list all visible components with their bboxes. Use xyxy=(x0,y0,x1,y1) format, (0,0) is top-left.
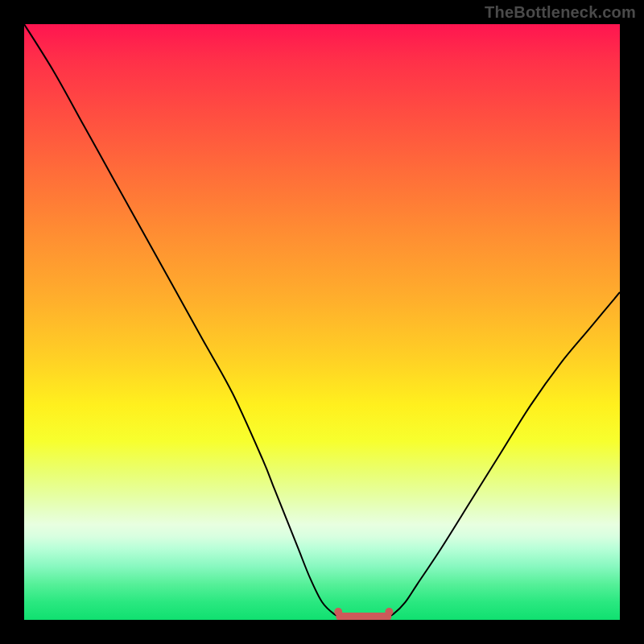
bottleneck-curve xyxy=(24,24,620,620)
chart-svg xyxy=(24,24,620,620)
plot-area xyxy=(24,24,620,620)
optimal-zone-texture xyxy=(340,614,387,616)
chart-frame: TheBottleneck.com xyxy=(0,0,644,644)
optimal-zone-left-nub xyxy=(334,608,342,616)
optimal-zone-right-nub xyxy=(385,608,393,616)
watermark-text: TheBottleneck.com xyxy=(485,3,636,22)
